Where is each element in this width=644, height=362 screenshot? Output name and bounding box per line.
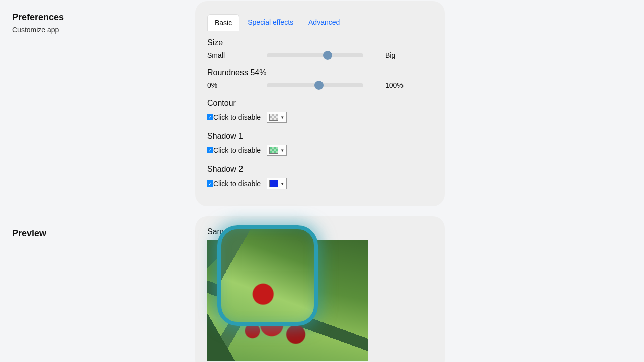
dropdown-caret-icon: ▼ <box>280 182 284 186</box>
contour-color-picker[interactable]: ▼ <box>267 112 287 123</box>
size-slider[interactable] <box>267 53 363 57</box>
shadow2-color-picker[interactable]: ▼ <box>267 178 287 189</box>
contour-checkbox[interactable]: ✓ <box>207 114 213 120</box>
dropdown-caret-icon: ▼ <box>280 148 284 153</box>
shadow1-checkbox[interactable]: ✓ <box>207 147 213 153</box>
contour-toggle-label[interactable]: Click to disable <box>213 113 261 121</box>
tab-advanced[interactable]: Advanced <box>301 14 347 31</box>
shadow1-title: Shadow 1 <box>207 132 433 141</box>
shadow2-checkbox[interactable]: ✓ <box>207 180 213 187</box>
preferences-subtitle: Customize app <box>12 26 183 34</box>
size-min-label: Small <box>207 51 267 59</box>
tab-special-effects[interactable]: Special effects <box>240 14 300 31</box>
dropdown-caret-icon: ▼ <box>280 115 284 120</box>
preferences-panel: Basic Special effects Advanced Size Smal… <box>195 1 445 206</box>
shadow1-color-picker[interactable]: ▼ <box>267 145 287 156</box>
shadow1-toggle-label[interactable]: Click to disable <box>213 146 261 154</box>
preview-section-title: Preview <box>12 228 183 239</box>
size-max-label: Big <box>363 51 395 59</box>
size-slider-thumb[interactable] <box>323 51 332 60</box>
shadow2-title: Shadow 2 <box>207 165 433 174</box>
roundness-title: Roundness 54% <box>207 68 433 77</box>
size-title: Size <box>207 38 433 47</box>
roundness-min-label: 0% <box>207 81 267 89</box>
preview-panel: Sample <box>195 216 445 362</box>
tabs: Basic Special effects Advanced <box>195 1 445 31</box>
contour-title: Contour <box>207 99 433 108</box>
shadow2-toggle-label[interactable]: Click to disable <box>213 179 261 188</box>
tab-basic[interactable]: Basic <box>207 14 239 31</box>
preview-overlay-shape <box>217 225 318 326</box>
roundness-slider[interactable] <box>267 83 363 87</box>
contour-swatch <box>269 114 278 121</box>
preferences-title: Preferences <box>12 12 183 23</box>
shadow2-swatch <box>269 180 278 187</box>
roundness-max-label: 100% <box>363 81 404 89</box>
roundness-slider-thumb[interactable] <box>314 81 324 90</box>
shadow1-swatch <box>269 147 278 154</box>
